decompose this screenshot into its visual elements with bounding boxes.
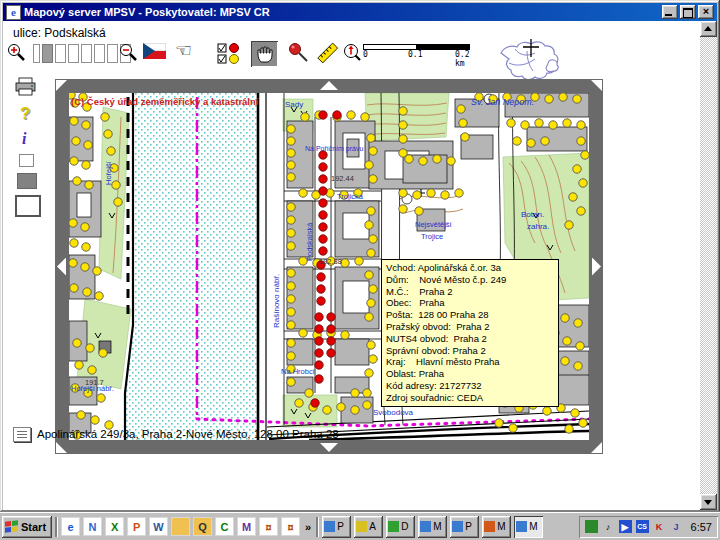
address-point[interactable]: [369, 175, 377, 183]
address-point[interactable]: [521, 121, 529, 129]
address-point[interactable]: [287, 295, 295, 303]
address-point[interactable]: [559, 93, 567, 101]
cz-overview-map[interactable]: [493, 37, 569, 79]
address-point[interactable]: [577, 207, 585, 215]
search-result-point[interactable]: [315, 313, 323, 321]
scheduler-icon[interactable]: C: [215, 517, 234, 536]
address-point[interactable]: [287, 339, 295, 347]
address-point[interactable]: [97, 394, 105, 402]
internet-explorer-icon[interactable]: e: [61, 517, 80, 536]
address-point[interactable]: [543, 407, 551, 415]
address-point[interactable]: [459, 119, 467, 127]
taskbar-window-button-7[interactable]: M: [514, 516, 543, 538]
address-point[interactable]: [549, 121, 557, 129]
address-point[interactable]: [287, 321, 295, 329]
address-point[interactable]: [413, 191, 421, 199]
address-point[interactable]: [295, 399, 303, 407]
address-list-icon[interactable]: [13, 427, 31, 442]
address-point[interactable]: [287, 137, 295, 145]
address-point[interactable]: [369, 235, 377, 243]
address-point[interactable]: [82, 121, 90, 129]
zoom-level-box-6[interactable]: [94, 44, 105, 63]
address-point[interactable]: [323, 406, 331, 414]
zoom-level-box-5[interactable]: [81, 44, 92, 63]
search-result-point[interactable]: [319, 247, 327, 255]
zoom-in-tool[interactable]: [7, 43, 26, 62]
address-point[interactable]: [461, 133, 469, 141]
address-point[interactable]: [399, 121, 407, 129]
address-point[interactable]: [367, 249, 375, 257]
start-button[interactable]: Start: [2, 516, 52, 538]
address-point[interactable]: [415, 207, 423, 215]
search-result-point[interactable]: [315, 337, 323, 345]
address-point[interactable]: [77, 411, 85, 419]
address-point[interactable]: [399, 205, 407, 213]
address-point[interactable]: [363, 389, 371, 397]
address-point[interactable]: [571, 409, 579, 417]
antivirus-icon[interactable]: K: [653, 520, 666, 533]
address-point[interactable]: [367, 341, 375, 349]
pan-southeast-arrow[interactable]: [591, 442, 602, 453]
address-point[interactable]: [70, 157, 78, 165]
address-point[interactable]: [369, 285, 377, 293]
address-point[interactable]: [455, 189, 463, 197]
address-point[interactable]: [86, 344, 94, 352]
address-point[interactable]: [82, 161, 90, 169]
zoom-level-box-7[interactable]: [107, 44, 118, 63]
address-point[interactable]: [363, 401, 371, 409]
address-point[interactable]: [573, 95, 581, 103]
address-point[interactable]: [347, 111, 355, 119]
address-point[interactable]: [81, 263, 89, 271]
address-point[interactable]: [287, 242, 295, 250]
map-size-large-button[interactable]: [15, 195, 41, 217]
address-point[interactable]: [365, 221, 373, 229]
titlebar[interactable]: e Mapový server MPSV - Poskytovatel: MPS…: [3, 3, 717, 21]
address-point[interactable]: [95, 292, 103, 300]
address-point[interactable]: [287, 173, 295, 181]
map-viewport[interactable]: (C) Český úřad zeměměřický a katastrální…: [55, 79, 603, 454]
address-point[interactable]: [367, 299, 375, 307]
address-point[interactable]: [577, 137, 585, 145]
address-point[interactable]: [427, 189, 435, 197]
measure-ruler-tool[interactable]: [315, 41, 339, 65]
address-point[interactable]: [541, 137, 549, 145]
search-result-point[interactable]: [319, 187, 327, 195]
address-point[interactable]: [337, 403, 345, 411]
address-point[interactable]: [351, 389, 359, 397]
address-point[interactable]: [287, 229, 295, 237]
address-point[interactable]: [341, 259, 349, 267]
mail-icon[interactable]: M: [237, 517, 256, 536]
address-point[interactable]: [287, 203, 295, 211]
app1-icon[interactable]: ¤: [259, 517, 278, 536]
address-point[interactable]: [299, 189, 307, 197]
czech-flag-icon[interactable]: [143, 43, 166, 59]
address-point[interactable]: [351, 406, 359, 414]
address-point[interactable]: [441, 191, 449, 199]
app2-icon[interactable]: ¤: [281, 517, 300, 536]
layer-toggle-tool[interactable]: [217, 42, 243, 66]
search-result-point[interactable]: [319, 223, 327, 231]
address-point[interactable]: [577, 121, 585, 129]
map-size-small-button[interactable]: [19, 154, 34, 167]
zoom-level-box-1[interactable]: [33, 44, 40, 63]
address-point[interactable]: [447, 157, 455, 165]
pan-northwest-arrow[interactable]: [56, 80, 67, 91]
address-point[interactable]: [399, 135, 407, 143]
scroll-down-button[interactable]: [700, 494, 717, 510]
address-point[interactable]: [361, 113, 369, 121]
address-point[interactable]: [419, 157, 427, 165]
address-point[interactable]: [93, 267, 101, 275]
address-point[interactable]: [369, 355, 377, 363]
address-point[interactable]: [579, 419, 587, 427]
address-point[interactable]: [405, 155, 413, 163]
language-indicator[interactable]: CS: [636, 520, 649, 533]
search-result-point[interactable]: [327, 337, 335, 345]
search-result-point[interactable]: [317, 297, 325, 305]
address-point[interactable]: [83, 288, 91, 296]
search-result-point[interactable]: [317, 285, 325, 293]
search-result-point[interactable]: [315, 375, 323, 383]
folder-search-icon[interactable]: Q: [193, 517, 212, 536]
search-result-point[interactable]: [319, 235, 327, 243]
address-point[interactable]: [565, 425, 573, 433]
info-button[interactable]: i: [22, 130, 49, 148]
